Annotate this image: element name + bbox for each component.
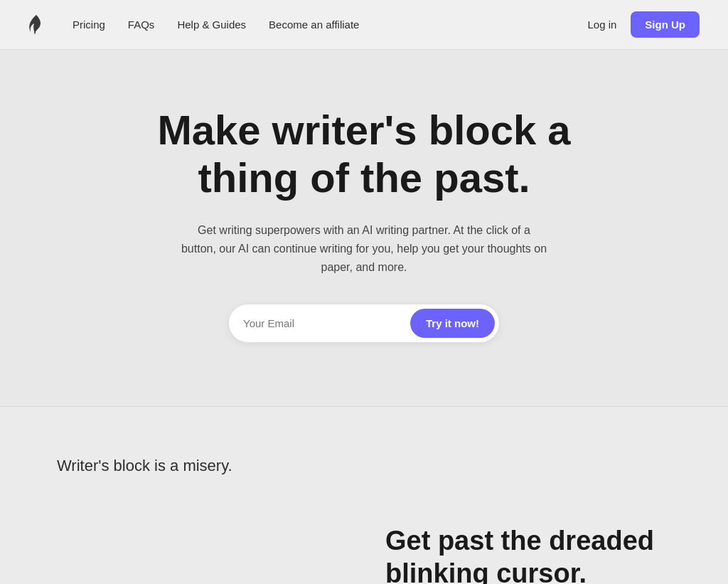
logo-icon bbox=[28, 14, 44, 36]
feature-right: Get past the dreaded blinking cursor. Ju… bbox=[385, 511, 671, 584]
nav-left: Pricing FAQs Help & Guides Become an aff… bbox=[28, 14, 359, 36]
hero-subheadline: Get writing superpowers with an AI writi… bbox=[179, 221, 549, 276]
signup-button[interactable]: Sign Up bbox=[631, 11, 700, 38]
feature-section: Writer's block is a misery. Write for me… bbox=[0, 407, 728, 584]
nav-right: Log in Sign Up bbox=[587, 11, 700, 38]
nav-faqs[interactable]: FAQs bbox=[128, 18, 155, 31]
nav-help[interactable]: Help & Guides bbox=[177, 18, 246, 31]
hero-headline: Make writer's block a thing of the past. bbox=[151, 107, 577, 201]
email-input[interactable] bbox=[243, 313, 410, 334]
writers-block-tagline: Writer's block is a misery. bbox=[57, 457, 671, 475]
hero-section: Make writer's block a thing of the past.… bbox=[0, 50, 728, 406]
nav-pricing[interactable]: Pricing bbox=[73, 18, 105, 31]
nav-affiliate[interactable]: Become an affiliate bbox=[269, 18, 359, 31]
login-link[interactable]: Log in bbox=[587, 18, 616, 31]
feature-heading: Get past the dreaded blinking cursor. bbox=[385, 525, 671, 584]
email-form: Try it now! bbox=[229, 304, 499, 342]
try-now-button[interactable]: Try it now! bbox=[410, 309, 495, 338]
logo[interactable] bbox=[28, 14, 44, 36]
navbar: Pricing FAQs Help & Guides Become an aff… bbox=[0, 0, 728, 50]
feature-content: Write for me Get past the dreaded blinki… bbox=[57, 511, 671, 584]
feature-left: Write for me bbox=[57, 511, 343, 584]
